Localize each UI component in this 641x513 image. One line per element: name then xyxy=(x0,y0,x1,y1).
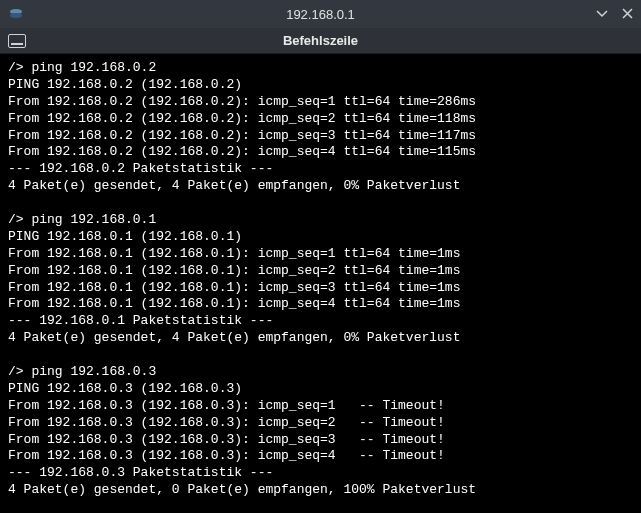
tab-bar: Befehlszeile xyxy=(0,28,641,54)
terminal-line: From 192.168.0.3 (192.168.0.3): icmp_seq… xyxy=(8,432,445,447)
window-controls xyxy=(596,7,633,21)
terminal-line: From 192.168.0.2 (192.168.0.2): icmp_seq… xyxy=(8,144,476,159)
terminal-line: From 192.168.0.1 (192.168.0.1): icmp_seq… xyxy=(8,246,460,261)
terminal-line: From 192.168.0.1 (192.168.0.1): icmp_seq… xyxy=(8,296,460,311)
terminal-line: From 192.168.0.2 (192.168.0.2): icmp_seq… xyxy=(8,128,476,143)
terminal-line: From 192.168.0.1 (192.168.0.1): icmp_seq… xyxy=(8,280,460,295)
svg-point-3 xyxy=(10,13,22,18)
terminal-line: From 192.168.0.2 (192.168.0.2): icmp_seq… xyxy=(8,94,476,109)
window-title: 192.168.0.1 xyxy=(286,7,355,22)
titlebar: 192.168.0.1 xyxy=(0,0,641,28)
terminal-line: PING 192.168.0.2 (192.168.0.2) xyxy=(8,77,242,92)
terminal-line: /> ping 192.168.0.2 xyxy=(8,60,156,75)
terminal-line: From 192.168.0.3 (192.168.0.3): icmp_seq… xyxy=(8,398,445,413)
terminal-line: /> ping 192.168.0.1 xyxy=(8,212,156,227)
tab-label: Befehlszeile xyxy=(283,33,358,48)
terminal-line: --- 192.168.0.3 Paketstatistik --- xyxy=(8,465,273,480)
terminal-line: From 192.168.0.1 (192.168.0.1): icmp_seq… xyxy=(8,263,460,278)
terminal-line: 4 Paket(e) gesendet, 4 Paket(e) empfange… xyxy=(8,178,460,193)
terminal-line: 4 Paket(e) gesendet, 4 Paket(e) empfange… xyxy=(8,330,460,345)
terminal-line: PING 192.168.0.3 (192.168.0.3) xyxy=(8,381,242,396)
minimize-icon[interactable] xyxy=(596,7,608,21)
app-icon xyxy=(8,6,24,22)
terminal-line: PING 192.168.0.1 (192.168.0.1) xyxy=(8,229,242,244)
close-icon[interactable] xyxy=(622,7,633,21)
terminal-line: From 192.168.0.3 (192.168.0.3): icmp_seq… xyxy=(8,415,445,430)
terminal-line: --- 192.168.0.2 Paketstatistik --- xyxy=(8,161,273,176)
terminal-line: From 192.168.0.3 (192.168.0.3): icmp_seq… xyxy=(8,448,445,463)
terminal-line: --- 192.168.0.1 Paketstatistik --- xyxy=(8,313,273,328)
terminal-line: 4 Paket(e) gesendet, 0 Paket(e) empfange… xyxy=(8,482,476,497)
terminal-output[interactable]: /> ping 192.168.0.2 PING 192.168.0.2 (19… xyxy=(0,54,641,513)
terminal-line: /> ping 192.168.0.3 xyxy=(8,364,156,379)
terminal-icon xyxy=(8,34,26,48)
terminal-line: From 192.168.0.2 (192.168.0.2): icmp_seq… xyxy=(8,111,476,126)
